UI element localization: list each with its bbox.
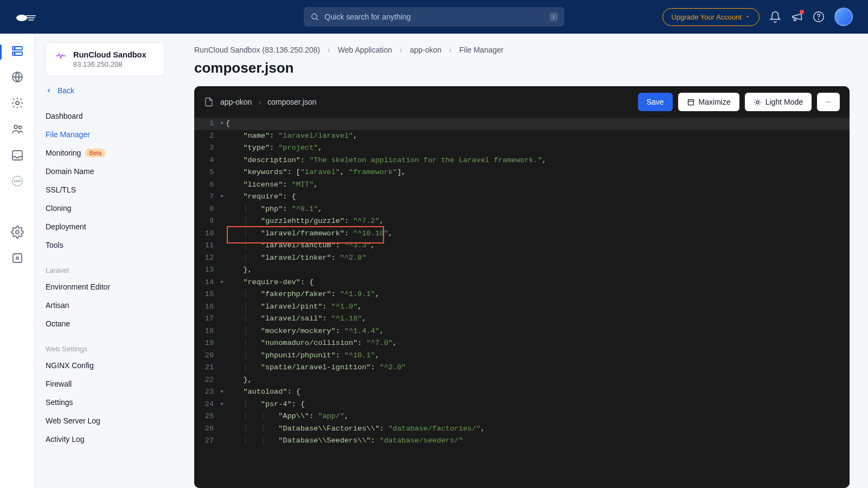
nav-item-cloning[interactable]: Cloning [46,199,165,217]
notifications-icon[interactable] [769,11,781,23]
announcements-icon[interactable] [791,11,803,23]
back-label: Back [58,86,74,95]
upgrade-label: Upgrade Your Account [672,13,742,21]
save-button[interactable]: Save [638,93,673,111]
search-input[interactable] [324,12,550,21]
ellipsis-icon [826,98,831,106]
code-line[interactable]: 6 "license": "MIT", [194,179,850,191]
back-link[interactable]: Back [46,86,165,95]
code-line[interactable]: 25 │ │ "App\\": "app/", [194,410,850,423]
search-icon [310,12,319,22]
user-avatar[interactable] [834,8,853,26]
server-provider-icon [55,52,67,61]
code-line[interactable]: 27 │ │ "Database\\Seeders\\": "database/… [194,435,850,447]
header-bar: / Upgrade Your Account [0,0,868,34]
svg-point-9 [16,101,19,105]
code-line[interactable]: 19 │ "nunomaduro/collision": "^7.0", [194,337,850,350]
logo[interactable] [15,11,37,22]
crumb-app[interactable]: app-okon [410,46,441,54]
nav-item-file-manager[interactable]: File Manager [46,125,165,144]
iconbar-globe-icon[interactable] [11,70,24,84]
nav-item-nginx-config[interactable]: NGINX Config [46,356,165,375]
code-line[interactable]: 12 │ "laravel/tinker": "^2.8" [194,252,850,265]
crumb-webapp[interactable]: Web Application [338,46,392,54]
file-icon [204,97,214,107]
svg-point-6 [14,48,15,49]
code-line[interactable]: 26 │ │ "Database\\Factories\\": "databas… [194,423,850,435]
iconbar-template-icon[interactable] [11,252,24,265]
light-mode-button[interactable]: Light Mode [745,93,812,111]
code-line[interactable]: 5 "keywords": ["laravel", "framework"], [194,166,850,179]
code-line[interactable]: 24▾ │ "psr-4": { [194,399,850,411]
code-line[interactable]: 17 │ "laravel/sail": "^1.18", [194,313,850,325]
nav-item-deployment[interactable]: Deployment [46,217,165,236]
code-line[interactable]: 4 "description": "The skeleton applicati… [194,155,850,167]
svg-point-20 [828,101,829,102]
code-line[interactable]: 8 │ "php": "^8.1", [194,203,850,216]
iconbar-servers-icon[interactable] [11,44,24,57]
code-line[interactable]: 23▾ "autoload": { [194,386,850,399]
svg-point-10 [14,125,17,129]
iconbar-gear-icon[interactable] [11,97,24,110]
iconbar-tray-icon[interactable] [11,149,24,162]
code-line[interactable]: 7▾ "require": { [194,191,850,203]
server-card-title: RunCloud Sandbox [73,50,146,59]
svg-rect-17 [688,99,693,105]
code-line[interactable]: 20 │ "phpunit/phpunit": "^10.1", [194,350,850,362]
code-line[interactable]: 10 │ "laravel/framework": "^10.10", [194,228,850,240]
main: RunCloud Sandbox (83.136.250.208) › Web … [176,34,868,488]
svg-point-0 [16,15,27,21]
chevron-right-icon: › [328,46,330,54]
chevron-down-icon [745,14,750,20]
chevron-right-icon: › [449,46,452,54]
code-line[interactable]: 1▾{ [194,118,850,130]
nav-item-dashboard[interactable]: Dashboard [46,107,165,125]
nav-item-firewall[interactable]: Firewall [46,375,165,393]
toolbar-path-file[interactable]: composer.json [267,98,316,106]
upgrade-account-button[interactable]: Upgrade Your Account [662,8,760,26]
help-icon[interactable] [813,11,825,23]
iconbar-active-indicator [0,44,2,60]
svg-point-19 [826,101,827,102]
chevron-right-icon: › [400,46,403,54]
nav-item-artisan[interactable]: Artisan [46,296,165,314]
maximize-button[interactable]: Maximize [678,93,739,111]
code-line[interactable]: 15 │ "fakerphp/faker": "^1.9.1", [194,288,850,301]
svg-point-16 [16,257,18,259]
code-line[interactable]: 21 │ "spatie/laravel-ignition": "^2.0" [194,362,850,374]
toolbar-path-app[interactable]: app-okon [220,98,252,106]
code-line[interactable]: 14▾ "require-dev": { [194,277,850,289]
nav-item-octane[interactable]: Octane [46,314,165,333]
code-line[interactable]: 22 }, [194,374,850,387]
code-line[interactable]: 11 │ "laravel/sanctum": "^3.3", [194,240,850,252]
more-options-button[interactable] [817,93,840,111]
code-line[interactable]: 13 }, [194,264,850,277]
notification-dot [800,10,804,14]
code-line[interactable]: 9 │ "guzzlehttp/guzzle": "^7.2", [194,215,850,228]
nav-item-web-server-log[interactable]: Web Server Log [46,412,165,430]
crumb-server[interactable]: RunCloud Sandbox (83.136.250.208) [194,46,320,54]
server-card-ip: 83.136.250.208 [73,60,146,68]
code-line[interactable]: 18 │ "mockery/mockery": "^1.4.4", [194,325,850,338]
code-line[interactable]: 2 "name": "laravel/laravel", [194,130,850,143]
iconbar-team-icon[interactable] [11,123,24,136]
crumb-filemanager[interactable]: File Manager [459,46,504,54]
nav-item-settings[interactable]: Settings [46,393,165,412]
code-line[interactable]: 3 "type": "project", [194,142,850,155]
svg-point-11 [18,126,21,129]
nav-item-tools[interactable]: Tools [46,236,165,254]
sidebar: RunCloud Sandbox 83.136.250.208 Back Das… [35,34,176,488]
nav-item-ssl-tls[interactable]: SSL/TLS [46,181,165,199]
iconbar-dns-icon[interactable]: DNS [11,175,24,188]
iconbar-settings-icon[interactable] [11,226,24,239]
sun-icon [754,98,762,106]
nav-item-activity-log[interactable]: Activity Log [46,430,165,448]
search-box[interactable]: / [304,7,564,27]
server-card[interactable]: RunCloud Sandbox 83.136.250.208 [46,42,165,76]
code-editor-body[interactable]: 1▾{2 "name": "laravel/laravel",3 "type":… [194,118,850,488]
nav-item-environment-editor[interactable]: Environment Editor [46,278,165,296]
code-line[interactable]: 16 │ "laravel/pint": "^1.0", [194,301,850,313]
badge-beta: Beta [85,149,105,157]
nav-item-monitoring[interactable]: MonitoringBeta [46,144,165,162]
nav-item-domain-name[interactable]: Domain Name [46,162,165,181]
